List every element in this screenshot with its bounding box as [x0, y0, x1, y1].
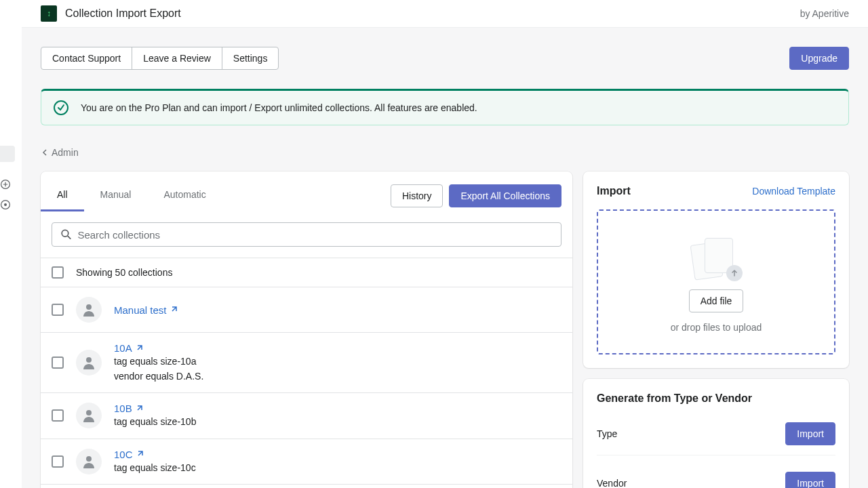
- row-title-link[interactable]: Manual test: [114, 304, 178, 316]
- row-checkbox[interactable]: [52, 304, 64, 316]
- row-checkbox[interactable]: [52, 455, 64, 468]
- banner-text: You are on the Pro Plan and can import /…: [81, 102, 477, 113]
- topbar: ↕ Collection Import Export by Aperitive: [22, 0, 868, 28]
- svg-point-7: [86, 456, 92, 462]
- app-title: Collection Import Export: [65, 7, 181, 20]
- upload-arrow-icon: [726, 265, 743, 281]
- import-title: Import: [597, 185, 631, 197]
- download-template-link[interactable]: Download Template: [752, 186, 835, 197]
- tab-automatic[interactable]: Automatic: [147, 180, 222, 211]
- avatar: [76, 350, 102, 375]
- row-description: tag equals size-10c: [114, 462, 561, 475]
- contact-support-button[interactable]: Contact Support: [41, 47, 132, 70]
- leave-review-button[interactable]: Leave a Review: [132, 47, 222, 70]
- breadcrumb-label: Admin: [52, 147, 79, 158]
- header-button-group: Contact Support Leave a Review Settings: [41, 47, 279, 70]
- app-logo: ↕: [41, 5, 57, 22]
- svg-point-6: [86, 410, 92, 415]
- add-file-button[interactable]: Add file: [689, 289, 744, 312]
- row-title-link[interactable]: 10A: [114, 342, 143, 354]
- table-row: 10Dtag equals size-10d: [41, 484, 572, 488]
- breadcrumb[interactable]: Admin: [41, 147, 79, 158]
- collections-card: All Manual Automatic History Export All …: [41, 171, 572, 488]
- svg-point-4: [86, 304, 92, 310]
- tab-all[interactable]: All: [41, 180, 84, 211]
- row-description: vendor equals D.A.S.: [114, 370, 561, 384]
- generate-title: Generate from Type or Vendor: [597, 392, 835, 405]
- table-row: 10Ctag equals size-10c: [41, 439, 572, 485]
- add-icon[interactable]: [0, 179, 11, 190]
- table-row: Manual test: [41, 287, 572, 332]
- search-input-wrap: [52, 222, 561, 247]
- external-link-icon: [170, 306, 178, 314]
- table-row: 10Btag equals size-10b: [41, 392, 572, 439]
- svg-point-3: [62, 230, 68, 237]
- search-icon: [60, 228, 72, 241]
- avatar: [76, 297, 102, 323]
- import-card: Import Download Template Add file or dr: [583, 171, 849, 368]
- vendor-label: Vendor: [597, 478, 627, 488]
- generate-card: Generate from Type or Vendor Type Import…: [583, 379, 849, 488]
- file-dropzone[interactable]: Add file or drop files to upload: [597, 209, 835, 354]
- avatar: [76, 449, 102, 474]
- settings-button[interactable]: Settings: [222, 47, 279, 70]
- row-description: tag equals size-10b: [114, 415, 561, 429]
- chevron-left-icon: [41, 148, 49, 157]
- row-checkbox[interactable]: [52, 357, 64, 369]
- sidebar-rail: [0, 0, 22, 488]
- search-input[interactable]: [77, 229, 553, 241]
- row-title-link[interactable]: 10C: [114, 449, 144, 460]
- upload-illustration: [692, 238, 740, 279]
- check-circle-icon: [54, 100, 68, 115]
- export-all-button[interactable]: Export All Collections: [449, 184, 561, 207]
- type-label: Type: [597, 428, 617, 439]
- tab-manual[interactable]: Manual: [84, 180, 148, 211]
- history-button[interactable]: History: [391, 184, 443, 207]
- table-row: 10Atag equals size-10avendor equals D.A.…: [41, 332, 572, 392]
- settings-icon[interactable]: [0, 199, 11, 210]
- external-link-icon: [135, 344, 143, 352]
- list-count: Showing 50 collections: [76, 267, 172, 278]
- row-title-link[interactable]: 10B: [114, 403, 143, 414]
- drop-hint: or drop files to upload: [612, 322, 821, 333]
- external-link-icon: [135, 405, 143, 413]
- plan-banner: You are on the Pro Plan and can import /…: [41, 89, 849, 125]
- select-all-checkbox[interactable]: [52, 266, 64, 279]
- list-header: Showing 50 collections: [41, 258, 572, 287]
- row-description: tag equals size-10a: [114, 355, 561, 369]
- svg-point-5: [86, 357, 92, 363]
- byline: by Aperitive: [800, 8, 849, 19]
- row-checkbox[interactable]: [52, 409, 64, 422]
- upgrade-button[interactable]: Upgrade: [789, 47, 849, 70]
- rail-active-indicator: [0, 146, 15, 162]
- tabs: All Manual Automatic: [41, 180, 222, 211]
- external-link-icon: [136, 450, 144, 458]
- import-vendor-button[interactable]: Import: [785, 472, 835, 488]
- avatar: [76, 403, 102, 428]
- svg-point-2: [4, 203, 7, 206]
- import-type-button[interactable]: Import: [785, 422, 835, 445]
